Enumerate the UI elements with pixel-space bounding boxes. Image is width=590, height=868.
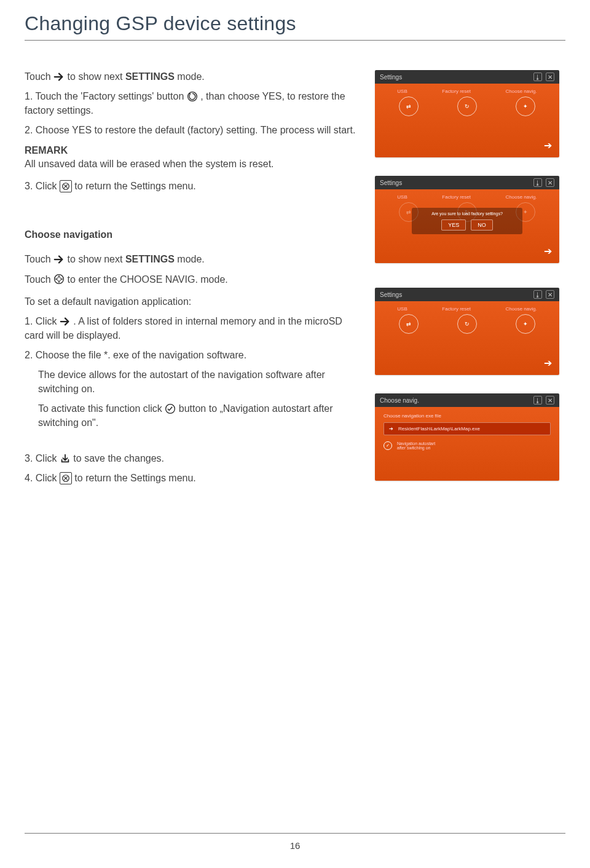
step-3: 3. Click to return the Settings menu. bbox=[25, 180, 356, 193]
nav-step-3: 3. Click to save the changes. bbox=[25, 452, 356, 465]
screenshot-column: Settings ⭳✕ USB Factory reset Choose nav… bbox=[375, 70, 565, 499]
divider bbox=[25, 40, 565, 41]
nav-step-4: 4. Click to return the Settings menu. bbox=[25, 471, 356, 485]
nav-file-field[interactable]: ➔ ResidentFlash\LarkMap\LarkMap.exe bbox=[384, 422, 551, 435]
nav-step-2c: To activate this function click button t… bbox=[25, 402, 356, 430]
arrow-right-icon bbox=[53, 71, 65, 82]
check-circle-icon bbox=[165, 403, 176, 414]
nav-file-label: Choose navigation exe file bbox=[384, 413, 551, 419]
ss-tab: Choose navig. bbox=[506, 89, 537, 94]
step-1: 1. Touch the 'Factory settings' button ,… bbox=[25, 90, 356, 117]
usb-icon: ⇄ bbox=[399, 97, 419, 116]
page-title: Changing GSP device settings bbox=[25, 12, 565, 35]
touch-next-settings-2: Touch to show next SETTINGS mode. bbox=[25, 253, 356, 266]
check-circle-icon: ✓ bbox=[384, 441, 392, 450]
close-icon: ✕ bbox=[546, 178, 554, 187]
factory-reset-icon bbox=[187, 91, 198, 102]
close-settings-icon bbox=[60, 472, 72, 484]
screenshot-settings-1: Settings ⭳✕ USB Factory reset Choose nav… bbox=[375, 70, 559, 157]
close-icon: ✕ bbox=[546, 73, 554, 81]
close-icon: ✕ bbox=[546, 396, 554, 404]
set-default-nav: To set a default navigation application: bbox=[25, 295, 356, 309]
choose-navigation-heading: Choose navigation bbox=[25, 228, 356, 242]
ss-title: Settings bbox=[380, 74, 402, 81]
navigation-icon: ✦ bbox=[516, 97, 535, 116]
text-column: Touch to show next SETTINGS mode. 1. Tou… bbox=[25, 70, 356, 499]
ss-tab: Factory reset bbox=[442, 89, 471, 94]
nav-step-2b: The device allows for the autostart of t… bbox=[25, 368, 356, 396]
save-icon bbox=[60, 453, 71, 464]
arrow-right-icon bbox=[60, 316, 71, 327]
screenshot-confirm-dialog: Settings ⭳✕ USB Factory reset Choose nav… bbox=[375, 176, 559, 263]
ss-tab: USB bbox=[397, 89, 407, 94]
confirm-dialog: Are you sure to load factory settings? Y… bbox=[412, 208, 522, 234]
nav-step-2: 2. Choose the file *. exe of the navigat… bbox=[25, 349, 356, 362]
arrow-right-icon: ➔ bbox=[544, 245, 552, 257]
page-number: 16 bbox=[0, 840, 590, 851]
usb-icon: ⇄ bbox=[399, 314, 419, 334]
screenshot-settings-2: Settings ⭳✕ USB Factory reset Choose nav… bbox=[375, 288, 559, 375]
dialog-question: Are you sure to load factory settings? bbox=[418, 211, 516, 216]
autostart-option[interactable]: ✓ Navigation autostart after switching o… bbox=[384, 441, 551, 450]
factory-reset-icon: ↻ bbox=[457, 314, 477, 334]
navigation-icon bbox=[53, 274, 65, 285]
remark-body: All unsaved data will be erased when the… bbox=[25, 157, 356, 171]
save-icon: ⭳ bbox=[533, 178, 542, 187]
arrow-right-icon: ➔ bbox=[544, 140, 552, 151]
arrow-right-icon bbox=[53, 254, 65, 265]
touch-next-settings: Touch to show next SETTINGS mode. bbox=[25, 70, 356, 84]
no-button[interactable]: NO bbox=[471, 219, 493, 231]
remark-heading: REMARK bbox=[25, 144, 356, 157]
factory-reset-icon: ↻ bbox=[457, 97, 477, 116]
nav-step-1: 1. Click . A list of folders stored in i… bbox=[25, 315, 356, 342]
close-settings-icon bbox=[60, 180, 72, 192]
ss-title: Settings bbox=[380, 180, 402, 186]
footer-divider bbox=[25, 833, 565, 834]
ss-title: Choose navig. bbox=[380, 397, 419, 404]
yes-button[interactable]: YES bbox=[441, 219, 466, 231]
touch-choose-navig: Touch to enter the CHOOSE NAVIG. mode. bbox=[25, 273, 356, 286]
arrow-right-icon: ➔ bbox=[544, 357, 552, 369]
save-icon: ⭳ bbox=[533, 396, 542, 404]
screenshot-choose-navig: Choose navig. ⭳✕ Choose navigation exe f… bbox=[375, 393, 559, 481]
step-2: 2. Choose YES to restore the default (fa… bbox=[25, 124, 356, 137]
navigation-icon: ✦ bbox=[516, 314, 535, 334]
save-icon: ⭳ bbox=[533, 73, 542, 81]
